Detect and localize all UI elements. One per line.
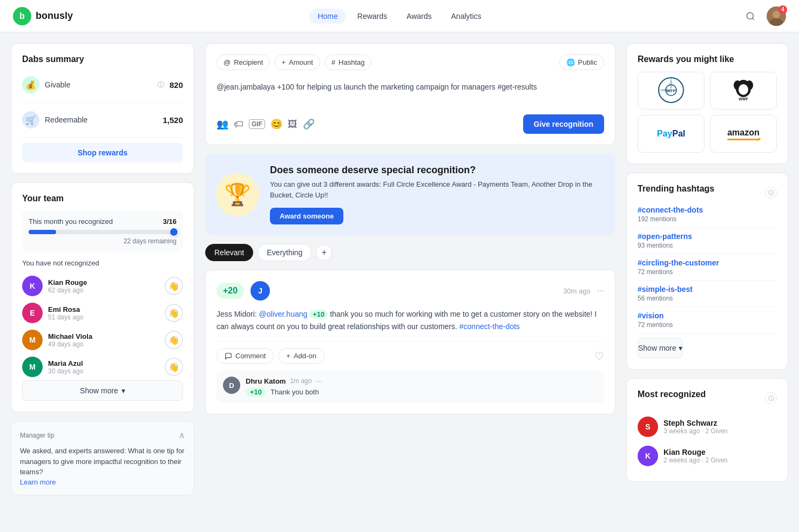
reward-logo-wfp: WFP [658, 77, 685, 105]
header: b bonusly Home Rewards Awards Analytics … [0, 0, 799, 32]
recognized-info-kian: Kian Rouge 2 weeks ago · 2 Given [663, 448, 777, 464]
hashtag-button[interactable]: # Hashtag [324, 54, 372, 70]
hashtag-item-4: #vision 72 mentions [638, 307, 777, 333]
reward-item-wfp[interactable]: WFP [638, 72, 705, 110]
comment-button[interactable]: Comment [216, 348, 274, 364]
notification-badge: 4 [778, 5, 787, 14]
not-recognized-label: You have not recognized [22, 259, 183, 267]
comment-time: 1m ago [290, 377, 312, 385]
reward-item-amazon[interactable]: amazon ↗ [710, 115, 777, 153]
hashtag-count-1: 93 mentions [638, 242, 777, 249]
your-team-card: Your team This month you recognized 3/16… [11, 182, 194, 412]
hashtag-name-0[interactable]: #connect-the-dots [638, 206, 777, 214]
shop-rewards-button[interactable]: Shop rewards [22, 143, 183, 162]
comment-author-name: Dhru Katom [246, 377, 286, 385]
member-info-michael: Michael Viola 49 days ago [48, 332, 159, 348]
member-days-michael: 49 days ago [48, 340, 159, 348]
reward-item-paypal[interactable]: PayPal [638, 115, 705, 153]
wave-button-emi[interactable]: 👋 [165, 304, 183, 322]
nav-analytics[interactable]: Analytics [443, 9, 490, 24]
award-banner: 🏆 Does someone deserve special recogniti… [205, 154, 615, 235]
svg-point-12 [739, 84, 748, 95]
member-name-emi: Emi Rosa [48, 305, 159, 313]
tag-people-icon[interactable]: 👥 [216, 118, 228, 130]
recognized-meta-steph: 3 weeks ago · 2 Given [663, 427, 777, 435]
post-more-button[interactable]: ··· [597, 286, 604, 296]
hashtag-name-2[interactable]: #circling-the-customer [638, 258, 777, 267]
link-icon[interactable]: 🔗 [303, 118, 315, 130]
add-feed-tab-button[interactable]: + [316, 244, 332, 261]
member-info-emi: Emi Rosa 51 days ago [48, 305, 159, 321]
emoji-icon[interactable]: 😊 [270, 118, 282, 130]
member-info-kian: Kian Rouge 62 days ago [48, 278, 159, 294]
tab-relevant[interactable]: Relevant [205, 244, 253, 261]
comment-content: Dhru Katom 1m ago ··· +10 Thank you both [246, 377, 598, 397]
member-info-maria: Maria Azul 30 days ago [48, 359, 159, 375]
post-mention[interactable]: @oliver.huang [259, 310, 308, 318]
nav-home[interactable]: Home [309, 9, 346, 24]
hashtag-item-0: #connect-the-dots 192 mentions [638, 201, 777, 228]
tag-icon[interactable]: 🏷 [234, 119, 243, 130]
member-days-maria: 30 days ago [48, 367, 159, 375]
image-icon[interactable]: 🖼 [288, 119, 297, 130]
team-member-kian: K Kian Rouge 62 days ago 👋 [22, 272, 183, 299]
like-button[interactable]: ♡ [594, 350, 604, 363]
givable-label: Givable [45, 80, 152, 89]
compose-draft-text[interactable]: @jean.jambalaya +100 for helping us laun… [216, 79, 604, 106]
reward-item-wwf[interactable]: WWF [710, 72, 777, 110]
comment-more-button[interactable]: ··· [316, 377, 322, 385]
learn-more-link[interactable]: Learn more [20, 478, 56, 486]
award-title: Does someone deserve special recognition… [270, 165, 605, 176]
user-avatar-wrapper[interactable]: 4 [767, 6, 786, 26]
trending-hashtags-info-icon[interactable]: ⓘ [765, 187, 777, 199]
team-member-michael: M Michael Viola 49 days ago 👋 [22, 326, 183, 353]
hashtag-name-3[interactable]: #simple-is-best [638, 285, 777, 294]
addon-button[interactable]: + Add-on [278, 348, 324, 364]
wave-button-kian[interactable]: 👋 [165, 277, 183, 295]
comment-points: +10 [246, 387, 266, 397]
award-description: You can give out 3 different awards: Ful… [270, 179, 605, 200]
givable-info-icon[interactable]: ⓘ [158, 80, 164, 90]
wave-button-maria[interactable]: 👋 [165, 358, 183, 376]
post-hashtag[interactable]: #connect-the-dots [459, 322, 520, 331]
wave-button-michael[interactable]: 👋 [165, 331, 183, 349]
search-button[interactable] [741, 6, 760, 26]
at-icon: @ [224, 58, 231, 66]
most-recognized-info-icon[interactable]: ⓘ [765, 392, 777, 404]
logo[interactable]: b bonusly [13, 7, 73, 25]
nav-awards[interactable]: Awards [398, 9, 440, 24]
rewards-sidebar-title: Rewards you might like [638, 54, 777, 64]
public-button[interactable]: 🌐 Public [559, 54, 604, 70]
member-avatar-michael: M [22, 330, 43, 350]
hashtag-name-1[interactable]: #open-patterns [638, 232, 777, 241]
nav-rewards[interactable]: Rewards [349, 9, 396, 24]
post-mention-points: +10 [309, 310, 328, 319]
hashtag-name-4[interactable]: #vision [638, 311, 777, 320]
tab-everything[interactable]: Everything [258, 244, 312, 261]
award-content: Does someone deserve special recognition… [270, 165, 605, 224]
globe-icon: 🌐 [566, 58, 575, 66]
recognized-avatar-steph: S [638, 417, 658, 437]
show-more-hashtags-chevron: ▾ [679, 344, 682, 352]
amount-label: Amount [289, 58, 313, 66]
show-more-chevron-icon: ▾ [121, 386, 125, 395]
award-someone-button[interactable]: Award someone [270, 208, 343, 224]
tip-close-button[interactable]: ∧ [179, 430, 185, 440]
public-label: Public [578, 58, 597, 66]
recognized-meta-kian: 2 weeks ago · 2 Given [663, 456, 777, 464]
recognized-info-steph: Steph Schwarz 3 weeks ago · 2 Given [663, 419, 777, 435]
member-days-kian: 62 days ago [48, 287, 159, 294]
rewards-sidebar-card: Rewards you might like WFP [626, 43, 788, 164]
hashtag-count-4: 72 mentions [638, 321, 777, 329]
give-recognition-button[interactable]: Give recognition [523, 114, 604, 134]
gif-icon[interactable]: GIF [249, 119, 265, 129]
amount-button[interactable]: + Amount [274, 54, 320, 70]
comment-header: Dhru Katom 1m ago ··· [246, 377, 598, 385]
post-time: 30m ago [563, 287, 591, 295]
show-more-team-button[interactable]: Show more ▾ [22, 380, 183, 401]
post-points-badge: +20 [216, 283, 244, 299]
show-more-hashtags-button[interactable]: Show more ▾ [638, 338, 683, 358]
progress-fill [29, 230, 56, 234]
tip-text: We asked, and experts answered: What is … [20, 446, 185, 478]
recipient-button[interactable]: @ Recipient [216, 54, 270, 70]
